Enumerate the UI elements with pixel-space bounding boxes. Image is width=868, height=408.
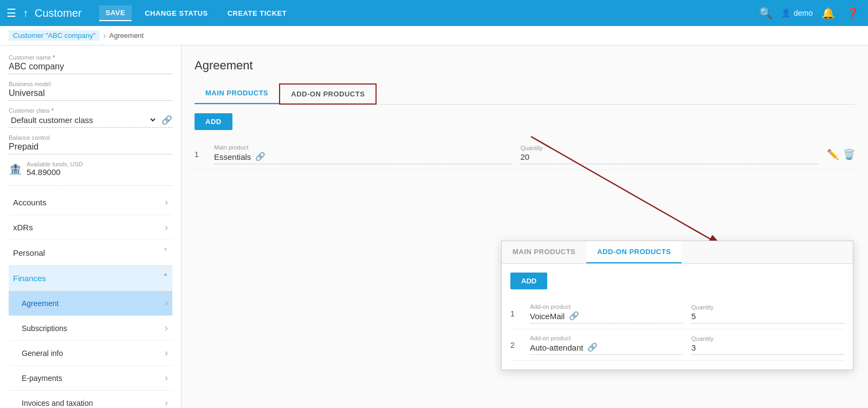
chevron-right-icon: ›	[165, 397, 168, 408]
sidebar-item-epayments[interactable]: E-payments ›	[9, 366, 172, 391]
customer-class-required: *	[51, 107, 54, 114]
bank-icon: 🏦	[9, 163, 22, 176]
addon-quantity-value: 5	[691, 312, 844, 323]
table-row: 1 Main product Essentials 🔗 Quantity 20 …	[195, 139, 855, 170]
row-number: 1	[195, 150, 205, 159]
change-status-button[interactable]: CHANGE STATUS	[138, 6, 215, 21]
sidebar-item-subscriptions[interactable]: Subscriptions ›	[9, 316, 172, 341]
chevron-down-icon: ˅	[163, 247, 168, 258]
customer-class-dropdown[interactable]: Default customer class	[9, 115, 157, 125]
addon-quantity-label: Quantity	[691, 304, 844, 310]
breadcrumb-link[interactable]: Customer "ABC company"	[9, 30, 100, 41]
table-row: 1 Add-on product VoiceMail 🔗 Quantity 5	[510, 298, 844, 329]
addon-quantity-value: 3	[691, 343, 844, 355]
popup-tab-addon-products[interactable]: ADD-ON PRODUCTS	[586, 241, 682, 263]
addon-products-popup: MAIN PRODUCTS ADD-ON PRODUCTS ADD 1 Add-…	[501, 241, 853, 370]
table-row: 2 Add-on product Auto-attendant 🔗 Quanti…	[510, 329, 844, 361]
main-layout: Customer name * ABC company Business mod…	[0, 46, 868, 408]
quantity-value: 20	[521, 152, 819, 164]
edit-icon[interactable]: ✏️	[827, 148, 839, 160]
user-avatar-icon: 👤	[781, 9, 791, 17]
search-icon[interactable]: 🔍	[757, 4, 775, 22]
bell-icon[interactable]: 🔔	[819, 4, 837, 22]
chevron-right-icon: ›	[165, 222, 168, 233]
customer-name-required: *	[53, 54, 55, 61]
addon-product-label: Add-on product	[530, 335, 683, 341]
product-table: 1 Main product Essentials 🔗 Quantity 20 …	[195, 139, 855, 170]
breadcrumb: Customer "ABC company" › Agreement	[0, 26, 868, 46]
sidebar: Customer name * ABC company Business mod…	[0, 46, 182, 408]
user-menu[interactable]: 👤 demo	[781, 9, 813, 17]
popup-body: ADD 1 Add-on product VoiceMail 🔗 Quantit…	[502, 264, 853, 370]
product-label: Main product	[214, 144, 512, 151]
chevron-right-icon: ›	[165, 347, 168, 359]
help-icon[interactable]: ❓	[844, 4, 861, 22]
row-actions: ✏️ 🗑️	[827, 148, 855, 160]
available-funds-value: 54.89000	[27, 167, 83, 177]
chevron-right-icon: ›	[165, 372, 168, 384]
sidebar-item-finances[interactable]: Finances ˄	[9, 265, 172, 291]
addon-product-label: Add-on product	[530, 303, 683, 310]
sidebar-item-xdrs[interactable]: xDRs ›	[9, 215, 172, 240]
addon-product-column: Add-on product Auto-attendant 🔗	[530, 335, 683, 355]
quantity-label: Quantity	[521, 145, 819, 151]
balance-control-label: Balance control	[9, 134, 172, 141]
popup-tab-main-products[interactable]: MAIN PRODUCTS	[502, 241, 586, 263]
available-funds-section: 🏦 Available funds, USD 54.89000	[9, 161, 172, 177]
addon-product-value: VoiceMail 🔗	[530, 311, 683, 323]
business-model-value: Universal	[9, 88, 172, 101]
hamburger-icon[interactable]: ☰	[7, 7, 16, 20]
customer-class-select[interactable]: Default customer class 🔗	[9, 115, 172, 128]
quantity-column: Quantity 20	[521, 145, 819, 164]
top-nav: ☰ ↑ Customer SAVE CHANGE STATUS CREATE T…	[0, 0, 868, 26]
breadcrumb-current: Agreement	[109, 31, 144, 40]
add-button[interactable]: ADD	[195, 113, 232, 130]
customer-class-label: Customer class *	[9, 107, 172, 114]
sidebar-item-general-info[interactable]: General info ›	[9, 341, 172, 366]
addon-product-value: Auto-attendant 🔗	[530, 342, 683, 355]
user-label: demo	[794, 9, 813, 17]
content-area: Agreement MAIN PRODUCTS ADD-ON PRODUCTS …	[182, 46, 868, 408]
row-number: 1	[510, 309, 521, 318]
addon-quantity-label: Quantity	[691, 335, 844, 342]
sidebar-item-agreement[interactable]: Agreement ›	[9, 291, 172, 316]
addon-quantity-column: Quantity 3	[691, 335, 844, 355]
popup-add-button[interactable]: ADD	[510, 273, 547, 289]
sidebar-item-invoices-taxation[interactable]: Invoices and taxation ›	[9, 391, 172, 408]
addon-quantity-column: Quantity 5	[691, 304, 844, 323]
chevron-up-icon: ˄	[163, 272, 168, 284]
addon-product-column: Add-on product VoiceMail 🔗	[530, 303, 683, 323]
customer-name-value: ABC company	[9, 62, 172, 74]
balance-control-value: Prepaid	[9, 142, 172, 154]
available-funds-label: Available funds, USD	[27, 161, 83, 167]
sidebar-item-personal[interactable]: Personal ˅	[9, 240, 172, 265]
business-model-label: Business model	[9, 81, 172, 87]
sidebar-item-accounts[interactable]: Accounts ›	[9, 190, 172, 215]
up-icon[interactable]: ↑	[23, 7, 28, 20]
save-button[interactable]: SAVE	[99, 5, 132, 21]
addon-product-link-icon[interactable]: 🔗	[569, 311, 579, 321]
delete-icon[interactable]: 🗑️	[843, 148, 855, 160]
popup-tabs: MAIN PRODUCTS ADD-ON PRODUCTS	[502, 241, 853, 264]
product-value: Essentials 🔗	[214, 152, 512, 164]
product-link-icon[interactable]: 🔗	[255, 152, 265, 161]
chevron-right-icon: ›	[165, 322, 168, 334]
main-tabs: MAIN PRODUCTS ADD-ON PRODUCTS	[195, 83, 855, 105]
row-number: 2	[510, 341, 521, 349]
page-title: Agreement	[195, 59, 855, 73]
chevron-right-icon: ›	[165, 297, 168, 309]
breadcrumb-separator: ›	[103, 31, 106, 41]
divider	[9, 185, 172, 186]
create-ticket-button[interactable]: CREATE TICKET	[221, 6, 294, 21]
tab-main-products[interactable]: MAIN PRODUCTS	[195, 83, 279, 104]
app-title: Customer	[35, 7, 82, 20]
chevron-right-icon: ›	[165, 197, 168, 208]
customer-class-link-icon[interactable]: 🔗	[161, 115, 172, 125]
addon-product-link-icon[interactable]: 🔗	[587, 342, 598, 352]
customer-name-label: Customer name *	[9, 54, 172, 61]
product-column: Main product Essentials 🔗	[214, 144, 512, 164]
tab-addon-products[interactable]: ADD-ON PRODUCTS	[279, 83, 377, 105]
